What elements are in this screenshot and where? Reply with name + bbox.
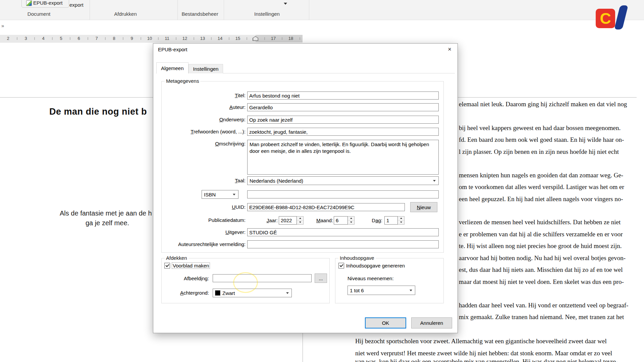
spin-down-button[interactable] xyxy=(398,221,404,224)
app-logo: C xyxy=(596,5,631,30)
export-button-label[interactable]: export xyxy=(69,2,84,8)
ribbon-group-document: Document xyxy=(28,11,50,17)
field-row-uitgever: Uitgever: xyxy=(161,228,443,236)
right-indent-marker-face xyxy=(253,37,258,41)
auteur-label: Auteur: xyxy=(161,104,246,110)
ribbon: EPUB-export export Document Afdrukken Be… xyxy=(0,0,644,20)
voorblad-maken-row: Voorblad maken xyxy=(164,263,210,268)
ok-button[interactable]: OK xyxy=(365,317,406,328)
close-icon[interactable]: × xyxy=(442,44,457,55)
dag-input[interactable] xyxy=(384,216,398,225)
logo-red-tile: C xyxy=(596,9,615,28)
spin-up-button[interactable] xyxy=(297,217,303,221)
jaar-input[interactable] xyxy=(279,216,297,225)
dropdown-arrow-icon[interactable] xyxy=(284,3,287,5)
uitgever-input[interactable] xyxy=(247,228,439,236)
field-row-uuid: UUID: Nieuw xyxy=(161,203,443,211)
toc-group-label: Inhoudsopgave xyxy=(338,255,376,261)
nieuw-button[interactable]: Nieuw xyxy=(410,202,437,212)
voorblad-maken-label: Voorblad maken xyxy=(172,263,210,268)
ribbon-group-bestandsbeheer: Bestandsbeheer xyxy=(181,11,218,17)
field-row-publicatiedatum: Publicatiedatum: Jaar: Maand: Dag: xyxy=(161,216,443,225)
field-row-omschrijving: Omschrijving: Man probeert zichzelf te v… xyxy=(161,140,443,175)
epub-export-dialog: EPUB-export × Algemeen Instellingen Meta… xyxy=(153,43,458,333)
highlight-artifact xyxy=(233,272,258,293)
metadata-group-label: Metagegevens xyxy=(165,78,200,84)
spin-down-icon xyxy=(350,222,352,223)
ribbon-group-separator xyxy=(177,0,178,20)
tab-algemeen[interactable]: Algemeen xyxy=(156,62,189,73)
cancel-button[interactable]: Annuleren xyxy=(411,317,452,328)
ruler-number: 17 xyxy=(271,36,276,41)
document-text-line: verliezen de mensen heel veel huidschilf… xyxy=(459,219,621,226)
taal-dropdown[interactable]: Nederlands (Nederland) xyxy=(247,176,439,185)
logo-blue-slash xyxy=(614,5,628,29)
chevron-down-icon xyxy=(433,180,436,182)
chevron-down-icon xyxy=(286,292,289,294)
afbeelding-input[interactable] xyxy=(213,274,312,282)
taal-label: Taal: xyxy=(161,178,246,184)
isbn-input[interactable] xyxy=(247,190,439,198)
document-text-line: van was, kon hij daar ook een acceptabel… xyxy=(355,358,618,362)
color-swatch-black xyxy=(215,290,220,296)
toolbar-strip: » xyxy=(0,20,644,35)
omschrijving-textarea[interactable]: Man probeert zichzelf te vinden, letterl… xyxy=(247,140,439,175)
ribbon-group-separator xyxy=(309,0,309,20)
chevron-down-icon xyxy=(410,290,412,291)
document-text-line: mix gemaakt. Zulke tranen had niemand. N… xyxy=(459,313,624,321)
uuid-input[interactable] xyxy=(247,203,405,211)
horizontal-ruler[interactable]: 2 3 4 5 6 7 8 9 10 11 12 13 14 15 17 18 xyxy=(0,35,303,43)
field-row-onderwerp: Onderwerp: xyxy=(161,116,443,124)
cover-group-label: Afdekken xyxy=(165,255,189,261)
ruler-number: 10 xyxy=(147,36,152,41)
spin-down-icon xyxy=(400,222,402,223)
browse-button[interactable]: ... xyxy=(315,274,327,283)
isbn-type-dropdown[interactable]: ISBN xyxy=(202,190,238,199)
inhoudsopgave-genereren-checkbox[interactable] xyxy=(338,263,344,268)
ruler-number: 7 xyxy=(95,36,98,41)
document-text-line: est, dus daar had hij niets aan. Misschi… xyxy=(459,266,623,274)
maand-input[interactable] xyxy=(334,216,348,225)
ruler-number: 11 xyxy=(165,36,169,41)
titel-input[interactable] xyxy=(247,92,439,100)
field-row-trefwoorden: Trefwoorden (woord, ...): xyxy=(161,128,443,136)
onderwerp-input[interactable] xyxy=(247,116,439,124)
document-text-line: l zijn plasser. Op zijn benen en in zijn… xyxy=(459,148,619,156)
field-row-auteur: Auteur: xyxy=(161,103,443,111)
tab-instellingen[interactable]: Instellingen xyxy=(189,64,223,73)
maand-label: Maand: xyxy=(304,218,333,223)
spin-down-button[interactable] xyxy=(348,221,354,224)
ruler-number: 15 xyxy=(235,36,240,41)
document-text-line: elemaal niet leuk. Daarom ging hij zichz… xyxy=(459,101,627,108)
ribbon-group-instellingen: Instellingen xyxy=(254,11,280,17)
inhoudsopgave-genereren-row: Inhoudsopgave genereren xyxy=(338,263,405,268)
spin-up-button[interactable] xyxy=(348,217,354,221)
ruler-number: 6 xyxy=(77,36,80,41)
trefwoorden-input[interactable] xyxy=(247,128,439,136)
document-text-line: Hij bezocht sportscholen voor zweet. All… xyxy=(355,338,607,345)
voorblad-maken-checkbox[interactable] xyxy=(164,263,170,268)
document-heading: De man die nog niet b xyxy=(49,107,147,117)
auteur-input[interactable] xyxy=(247,103,439,111)
field-row-auteursrecht: Auteursrechtelijke vermelding: xyxy=(161,240,443,248)
jaar-spinner xyxy=(279,216,304,225)
document-text-line: mensen knipten hun nagels en gooiden dat… xyxy=(459,172,623,179)
dialog-tabs: Algemeen Instellingen xyxy=(156,62,223,73)
document-text-line: te. Hij wist alleen nog niet precies hoe… xyxy=(459,242,622,250)
epub-export-button-label[interactable]: EPUB-export xyxy=(33,0,63,6)
ruler-number: 13 xyxy=(200,36,205,41)
document-centered-text-line2: ga je zelf mee. xyxy=(86,219,129,227)
document-centered-text-line1: Als de fantasie met je aan de h xyxy=(60,209,152,217)
document-text-line: fd. Een baard zou hem ook wel goed staan… xyxy=(459,136,624,143)
chevron-down-icon xyxy=(233,194,235,195)
dag-label: Dag: xyxy=(355,218,382,223)
spin-up-button[interactable] xyxy=(398,217,404,221)
toolbar-overflow-icon[interactable]: » xyxy=(1,23,4,28)
document-text-line: hadden daar heel veel van. Hij vond er o… xyxy=(459,302,628,309)
jaar-label: Jaar: xyxy=(247,218,278,223)
ruler-number: 2 xyxy=(7,36,9,41)
auteursrecht-input[interactable] xyxy=(247,240,439,248)
dialog-title: EPUB-export xyxy=(158,47,187,52)
niveaus-dropdown[interactable]: 1 tot 6 xyxy=(347,286,415,295)
spin-down-button[interactable] xyxy=(297,221,303,224)
